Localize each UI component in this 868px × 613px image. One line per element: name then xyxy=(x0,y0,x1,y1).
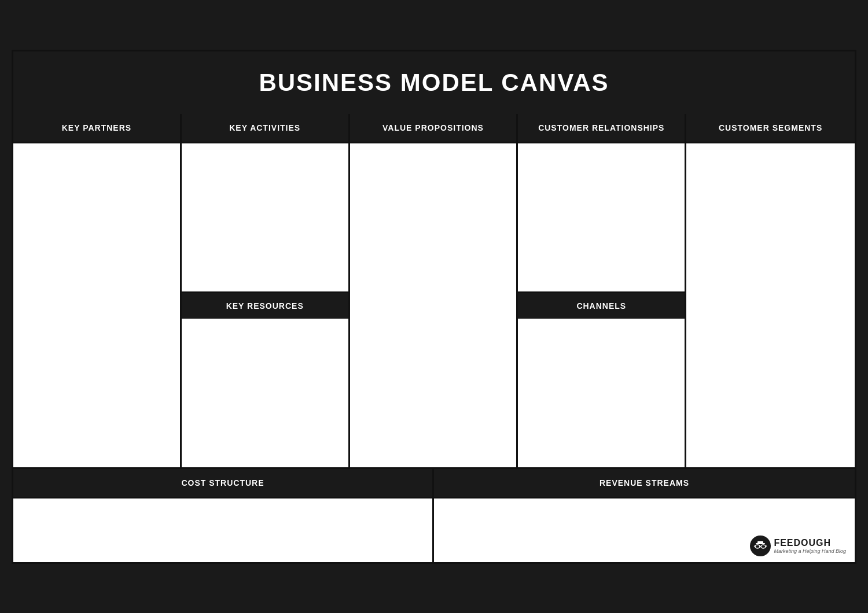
canvas-header: BUSINESS MODEL CANVAS xyxy=(13,51,855,114)
key-resources-header: KEY RESOURCES xyxy=(182,293,348,319)
revenue-streams-col: REVENUE STREAMS xyxy=(434,469,855,562)
business-model-canvas: BUSINESS MODEL CANVAS KEY PARTNERS KEY A… xyxy=(12,50,856,564)
header-key-activities: KEY ACTIVITIES xyxy=(182,114,350,142)
svg-line-5 xyxy=(766,546,767,546)
customer-relationships-body xyxy=(518,143,685,294)
feedough-logo: FEEDOUGH Marketing a Helping Hand Blog xyxy=(750,536,846,556)
canvas-title: BUSINESS MODEL CANVAS xyxy=(25,69,843,97)
key-resources-body xyxy=(182,319,348,467)
header-value-propositions: VALUE PROPOSITIONS xyxy=(350,114,518,142)
activities-resources-col: KEY RESOURCES xyxy=(182,143,350,467)
cost-structure-header: COST STRUCTURE xyxy=(13,469,432,498)
revenue-streams-header: REVENUE STREAMS xyxy=(434,469,855,498)
revenue-streams-body: FEEDOUGH Marketing a Helping Hand Blog xyxy=(434,498,855,562)
svg-rect-7 xyxy=(757,541,763,544)
key-partners-cell xyxy=(13,143,182,467)
bottom-section: COST STRUCTURE REVENUE STREAMS xyxy=(13,467,855,562)
cr-channels-col: CHANNELS xyxy=(518,143,686,467)
value-propositions-cell xyxy=(350,143,518,467)
headers-row: KEY PARTNERS KEY ACTIVITIES VALUE PROPOS… xyxy=(13,114,855,143)
channels-body xyxy=(518,319,685,467)
content-area: KEY RESOURCES CHANNELS xyxy=(13,143,855,467)
channels-header-cell: CHANNELS xyxy=(518,293,685,319)
svg-line-4 xyxy=(754,546,755,546)
header-customer-relationships: CUSTOMER RELATIONSHIPS xyxy=(518,114,686,142)
customer-segments-cell xyxy=(686,143,855,467)
feedough-text: FEEDOUGH Marketing a Helping Hand Blog xyxy=(774,538,846,554)
cost-structure-col: COST STRUCTURE xyxy=(13,469,434,562)
header-customer-segments: CUSTOMER SEGMENTS xyxy=(686,114,855,142)
header-key-partners: KEY PARTNERS xyxy=(13,114,182,142)
key-activities-body xyxy=(182,143,348,294)
feedough-icon xyxy=(750,536,771,556)
cost-structure-body xyxy=(13,498,432,562)
channels-header: CHANNELS xyxy=(518,293,685,319)
key-resources-header-cell: KEY RESOURCES xyxy=(182,293,348,319)
